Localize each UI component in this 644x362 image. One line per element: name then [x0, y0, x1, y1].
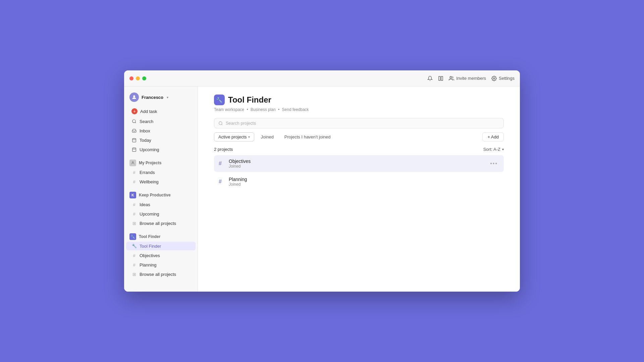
search-icon	[131, 119, 137, 124]
svg-rect-10	[132, 148, 136, 152]
project-status: Joined	[229, 182, 499, 187]
sidebar-item-browse-kp[interactable]: ⊞ Browse all projects	[126, 219, 196, 228]
projects-body: 2 projects Sort: A-Z ▾ # Objectives Join…	[198, 147, 520, 292]
not-joined-filter[interactable]: Projects I haven't joined	[280, 133, 335, 141]
avatar	[129, 93, 139, 102]
tool-finder-label: Tool Finder	[139, 234, 160, 239]
separator-2: •	[278, 107, 279, 112]
hash-icon: #	[131, 262, 137, 267]
active-projects-label: Active projects	[218, 134, 247, 139]
people-icon	[449, 76, 454, 81]
search-icon	[218, 121, 223, 126]
sidebar-item-label: Ideas	[140, 202, 150, 207]
my-projects-label: My Projects	[139, 161, 161, 165]
page-title-row: 🔧 Tool Finder	[214, 95, 504, 105]
add-label: + Add	[487, 134, 499, 139]
table-row[interactable]: # Objectives Joined •••	[214, 155, 504, 172]
sidebar: Francesco ▾ + Add task Search Inbox	[124, 86, 198, 292]
user-icon	[131, 95, 137, 100]
send-feedback-link[interactable]: Send feedback	[282, 107, 309, 112]
chevron-down-icon: ▾	[502, 147, 504, 151]
sidebar-item-planning[interactable]: # Planning	[126, 260, 196, 269]
sidebar-item-tool-finder[interactable]: 🔧 Tool Finder	[126, 242, 196, 250]
project-name: Objectives	[229, 159, 485, 164]
today-icon	[131, 137, 137, 143]
hash-icon: #	[131, 170, 137, 175]
svg-point-14	[132, 162, 133, 163]
svg-rect-1	[441, 76, 443, 80]
sidebar-item-errands[interactable]: # Errands	[126, 168, 196, 177]
maximize-button[interactable]	[142, 76, 146, 80]
svg-point-15	[219, 121, 222, 124]
page-title: Tool Finder	[228, 95, 271, 105]
search-input[interactable]	[226, 121, 499, 126]
page-subtitle: Team workspace • Business plan • Send fe…	[214, 107, 504, 112]
team-workspace-link[interactable]: Team workspace	[214, 107, 244, 112]
tool-finder-icon: 🔧	[129, 233, 136, 240]
sidebar-item-upcoming[interactable]: Upcoming	[126, 145, 196, 154]
hash-icon: #	[219, 161, 225, 167]
svg-rect-6	[132, 138, 136, 142]
page-icon: 🔧	[214, 95, 225, 105]
sidebar-item-today[interactable]: Today	[126, 136, 196, 144]
keep-productive-icon: K	[129, 192, 136, 198]
svg-point-4	[133, 96, 135, 97]
upcoming-icon	[131, 147, 137, 152]
sidebar-item-ideas[interactable]: # Ideas	[126, 200, 196, 209]
hash-icon: #	[131, 211, 137, 217]
close-button[interactable]	[129, 76, 133, 80]
business-plan-link[interactable]: Business plan	[251, 107, 276, 112]
add-task-label: Add task	[140, 109, 157, 114]
chevron-down-icon: ▾	[248, 135, 250, 139]
notification-button[interactable]	[427, 76, 433, 81]
sidebar-item-label: Upcoming	[140, 147, 159, 152]
keep-productive-section: K Keep Productive	[124, 188, 198, 200]
sidebar-item-objectives[interactable]: # Objectives	[126, 251, 196, 260]
sort-button[interactable]: Sort: A-Z ▾	[483, 147, 504, 152]
add-task-button[interactable]: + Add task	[126, 107, 196, 116]
hash-icon: #	[131, 179, 137, 184]
sidebar-item-browse-tf[interactable]: ⊞ Browse all projects	[126, 270, 196, 279]
add-button[interactable]: + Add	[482, 132, 504, 141]
main-layout: Francesco ▾ + Add task Search Inbox	[124, 86, 520, 292]
user-menu[interactable]: Francesco ▾	[124, 90, 198, 106]
projects-count-row: 2 projects Sort: A-Z ▾	[214, 147, 504, 152]
gear-icon	[491, 76, 497, 81]
project-name: Planning	[229, 177, 499, 182]
invite-members-button[interactable]: Invite members	[449, 76, 486, 81]
sidebar-item-upcoming-kp[interactable]: # Upcoming	[126, 209, 196, 218]
hash-icon: #	[219, 179, 225, 185]
sidebar-item-label: Objectives	[140, 253, 160, 258]
sidebar-item-wellbeing[interactable]: # Wellbeing	[126, 177, 196, 186]
settings-label: Settings	[499, 76, 515, 81]
sidebar-item-label: Today	[140, 138, 151, 143]
more-options-button[interactable]: •••	[489, 161, 499, 167]
grid-icon: ⊞	[131, 272, 137, 277]
joined-filter[interactable]: Joined	[257, 133, 278, 141]
tool-finder-nav-icon: 🔧	[131, 243, 137, 249]
search-bar[interactable]	[214, 118, 504, 128]
svg-rect-0	[439, 76, 440, 80]
active-projects-filter[interactable]: Active projects ▾	[214, 132, 254, 141]
sidebar-item-inbox[interactable]: Inbox	[126, 126, 196, 135]
titlebar-actions: Invite members Settings	[427, 76, 515, 81]
sidebar-item-search[interactable]: Search	[126, 117, 196, 126]
keep-productive-label: Keep Productive	[139, 193, 171, 197]
sidebar-item-label: Planning	[140, 262, 157, 267]
minimize-button[interactable]	[136, 76, 140, 80]
project-status: Joined	[229, 164, 485, 169]
app-window: Invite members Settings	[124, 70, 520, 292]
table-row[interactable]: # Planning Joined •••	[214, 173, 504, 190]
username: Francesco	[142, 95, 163, 100]
bell-icon	[427, 76, 433, 81]
hash-icon: #	[131, 202, 137, 207]
settings-button[interactable]: Settings	[491, 76, 515, 81]
my-projects-icon	[129, 160, 136, 166]
layout-button[interactable]	[438, 76, 443, 81]
sidebar-item-label: Tool Finder	[140, 244, 161, 249]
project-info: Objectives Joined	[229, 159, 485, 169]
sidebar-item-label: Browse all projects	[140, 221, 176, 226]
sidebar-item-label: Wellbeing	[140, 179, 159, 184]
invite-members-label: Invite members	[456, 76, 486, 81]
sidebar-item-label: Inbox	[140, 128, 150, 133]
